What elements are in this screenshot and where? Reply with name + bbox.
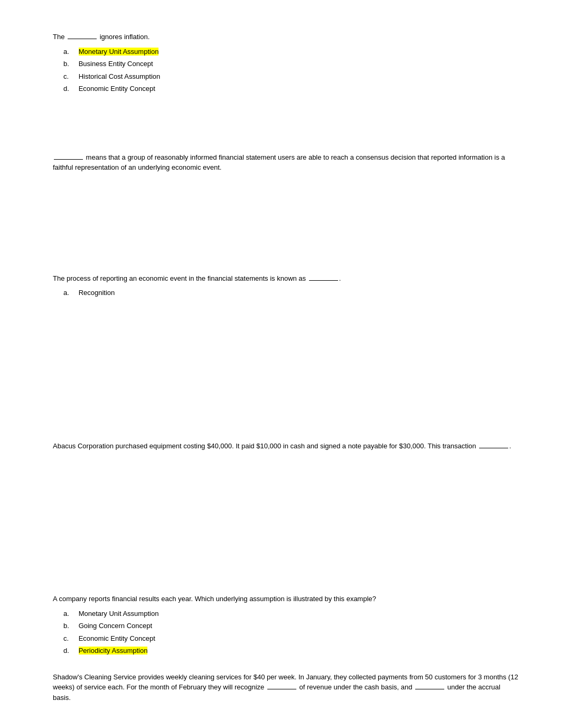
option-text: Economic Entity Concept [79,634,155,642]
q5-text: A company reports financial results each… [53,594,519,604]
list-item: a. Monetary Unit Assumption [63,47,519,57]
q3-blank [309,280,338,281]
option-label: a. [63,609,77,619]
list-item: a. Monetary Unit Assumption [63,609,519,619]
q2-text: means that a group of reasonably informe… [53,152,519,173]
question-2: means that a group of reasonably informe… [53,152,519,173]
option-label: a. [63,47,77,57]
spacer [53,314,519,356]
spacer [53,718,519,728]
question-3: The process of reporting an economic eve… [53,273,519,298]
q6-blank2 [415,689,444,689]
q5-options: a. Monetary Unit Assumption b. Going Con… [53,609,519,656]
q1-options: a. Monetary Unit Assumption b. Business … [53,47,519,94]
q4-text: Abacus Corporation purchased equipment c… [53,441,519,451]
spacer [53,509,519,551]
q6-blank1 [267,689,296,689]
q3-options: a. Recognition [53,288,519,298]
question-6: Shadow's Cleaning Service provides weekl… [53,672,519,703]
option-text: Monetary Unit Assumption [79,48,159,56]
question-4: Abacus Corporation purchased equipment c… [53,441,519,451]
option-text: Business Entity Concept [79,60,153,68]
option-text: Recognition [79,289,115,297]
list-item: b. Going Concern Concept [63,621,519,631]
option-label: a. [63,288,77,298]
q1-blank [68,39,97,39]
option-label: b. [63,621,77,631]
spacer [53,551,519,594]
spacer [53,189,519,231]
option-text: Historical Cost Assumption [79,72,161,80]
q4-blank [479,448,508,448]
spacer [53,399,519,441]
option-text: Economic Entity Concept [79,85,155,93]
option-text: Going Concern Concept [79,622,152,630]
spacer [53,356,519,399]
list-item: c. Historical Cost Assumption [63,71,519,82]
list-item: c. Economic Entity Concept [63,633,519,644]
spacer [53,467,519,509]
list-item: d. Periodicity Assumption [63,646,519,656]
page-container: The ignores inflation. a. Monetary Unit … [0,0,561,728]
option-label: c. [63,71,77,82]
list-item: a. Recognition [63,288,519,298]
option-text: Periodicity Assumption [79,647,148,655]
spacer [53,231,519,273]
option-label: d. [63,84,77,94]
question-1: The ignores inflation. a. Monetary Unit … [53,32,519,94]
q3-text: The process of reporting an economic eve… [53,273,519,284]
list-item: b. Business Entity Concept [63,59,519,69]
option-text: Monetary Unit Assumption [79,610,159,618]
option-label: b. [63,59,77,69]
q2-blank [54,159,83,160]
option-label: d. [63,646,77,656]
q1-text: The ignores inflation. [53,32,519,42]
list-item: d. Economic Entity Concept [63,84,519,94]
question-5: A company reports financial results each… [53,594,519,656]
q6-text: Shadow's Cleaning Service provides weekl… [53,672,519,703]
spacer [53,110,519,152]
option-label: c. [63,633,77,644]
